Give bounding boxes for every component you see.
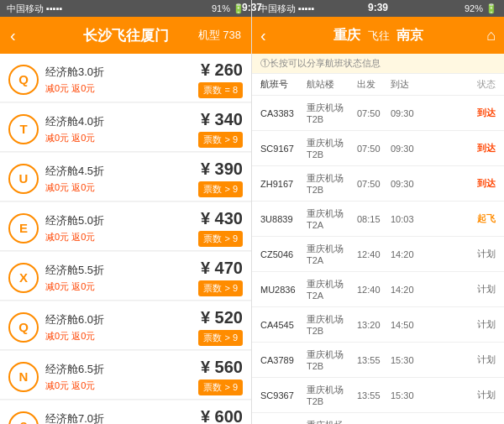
col-header-flight: 航班号 — [260, 78, 307, 91]
cell-depart-3: 08:15 — [357, 214, 391, 224]
table-header: 航班号 航站楼 出发 到达 状态 — [252, 74, 504, 96]
cell-depart-4: 12:40 — [357, 249, 391, 259]
flight-price-area-5: ¥ 520 票数 > 9 — [198, 308, 243, 346]
col-header-arrive: 到达 — [391, 78, 424, 91]
flight-item[interactable]: U 经济舱4.5折 减0元 返0元 ¥ 390 票数 > 9 — [0, 153, 251, 202]
cell-flight-7: CA3789 — [260, 355, 307, 365]
right-panel: 中国移动 ▪▪▪▪▪ 9:39 92% 🔋 ‹ 重庆 飞往 南京 ⌂ ①长按可以… — [252, 0, 504, 424]
table-row[interactable]: CA3789 重庆机场T2B 13:55 15:30 计划 — [252, 343, 504, 378]
flight-name-6: 经济舱6.5折 — [45, 362, 198, 377]
flight-name-4: 经济舱5.5折 — [45, 263, 198, 278]
cell-depart-5: 12:40 — [357, 285, 391, 295]
table-row[interactable]: SC9167 重庆机场T2B 07:50 09:30 到达 — [252, 131, 504, 166]
flight-name-3: 经济舱5.0折 — [45, 213, 198, 228]
flight-price-7: ¥ 600 — [201, 407, 243, 424]
flight-price-6: ¥ 560 — [201, 358, 243, 377]
flight-price-3: ¥ 430 — [201, 209, 243, 228]
cell-flight-1: SC9167 — [260, 144, 307, 154]
flight-price-area-2: ¥ 390 票数 > 9 — [198, 160, 243, 197]
table-row[interactable]: CA3383 重庆机场T2B 07:50 09:30 到达 — [252, 96, 504, 131]
cell-arrive-6: 14:50 — [391, 320, 424, 330]
cell-status-1: 到达 — [424, 142, 496, 154]
discount-text-0: 减0元 返0元 — [45, 83, 95, 93]
flight-item[interactable]: X 经济舱5.5折 减0元 返0元 ¥ 470 票数 > 9 — [0, 252, 251, 301]
flight-item[interactable]: Q 经济舱6.0折 减0元 返0元 ¥ 520 票数 > 9 — [0, 301, 251, 350]
cell-flight-5: MU2836 — [260, 285, 307, 295]
flight-discount-3: 减0元 返0元 — [45, 231, 198, 243]
flight-info-6: 经济舱6.5折 减0元 返0元 — [45, 362, 198, 392]
route-title-left: 长沙飞往厦门 — [83, 26, 169, 45]
battery-icon-right: 🔋 — [486, 3, 497, 14]
table-row[interactable]: ZH9367 重庆机场T2B 13:55 15:30 计划 — [252, 413, 504, 424]
flight-discount-4: 减0元 返0元 — [45, 280, 198, 293]
flight-price-area-1: ¥ 340 票数 > 9 — [198, 110, 243, 148]
flight-icon-7: ? — [8, 411, 39, 425]
table-row[interactable]: ZH9167 重庆机场T2B 07:50 09:30 到达 — [252, 166, 504, 202]
flight-discount-5: 减0元 返0元 — [45, 330, 198, 343]
time-left: 9:37 — [242, 2, 262, 13]
table-row[interactable]: 3U8839 重庆机场T2A 08:15 10:03 起飞 — [252, 202, 504, 237]
cell-depart-7: 13:55 — [357, 355, 391, 365]
flight-info-0: 经济舱3.0折 减0元 返0元 — [45, 65, 198, 95]
flight-item[interactable]: ? 经济舱7.0折 减0元 返0元 ¥ 600 票数 > 9 — [0, 400, 251, 424]
back-button-right[interactable]: ‹ — [260, 26, 266, 45]
discount-text-4: 减0元 返0元 — [45, 281, 95, 291]
table-row[interactable]: CA4545 重庆机场T2B 13:20 14:50 计划 — [252, 307, 504, 343]
cell-terminal-3: 重庆机场T2A — [307, 207, 357, 230]
table-row[interactable]: CZ5046 重庆机场T2A 12:40 14:20 计划 — [252, 237, 504, 272]
share-notice: ①长按可以分享航班状态信息 — [252, 54, 504, 74]
col-header-status: 状态 — [424, 78, 496, 91]
col-header-depart: 出发 — [357, 78, 391, 91]
table-row[interactable]: MU2836 重庆机场T2A 12:40 14:20 计划 — [252, 272, 504, 307]
back-button-left[interactable]: ‹ — [10, 26, 16, 45]
flight-item[interactable]: N 经济舱6.5折 减0元 返0元 ¥ 560 票数 > 9 — [0, 351, 251, 400]
flight-table-body: CA3383 重庆机场T2B 07:50 09:30 到达 SC9167 重庆机… — [252, 96, 504, 424]
cell-status-0: 到达 — [424, 107, 496, 119]
flight-price-1: ¥ 340 — [201, 110, 243, 129]
cell-terminal-1: 重庆机场T2B — [307, 137, 357, 160]
cell-flight-2: ZH9167 — [260, 179, 307, 189]
flight-info-5: 经济舱6.0折 减0元 返0元 — [45, 312, 198, 343]
home-button[interactable]: ⌂ — [486, 27, 496, 44]
carrier-left: 中国移动 — [7, 3, 44, 15]
flight-discount-2: 减0元 返0元 — [45, 181, 198, 194]
signal-right: ▪▪▪▪▪ — [298, 3, 315, 13]
flight-icon-2: U — [8, 164, 39, 194]
sb-right-left: 91% 🔋 — [212, 3, 244, 14]
flight-discount-6: 减0元 返0元 — [45, 380, 198, 392]
dest-city: 南京 — [396, 28, 423, 42]
right-header: ‹ 重庆 飞往 南京 ⌂ — [252, 17, 504, 54]
flight-price-4: ¥ 470 — [201, 259, 243, 278]
cell-status-5: 计划 — [424, 283, 496, 296]
flight-info-4: 经济舱5.5折 减0元 返0元 — [45, 263, 198, 293]
discount-text-6: 减0元 返0元 — [45, 380, 95, 390]
cell-status-6: 计划 — [424, 318, 496, 331]
cell-status-7: 计划 — [424, 353, 496, 366]
ticket-badge-1: 票数 > 9 — [198, 132, 243, 148]
battery-left: 91% — [212, 3, 230, 13]
cell-terminal-8: 重庆机场T2B — [307, 384, 357, 406]
flight-price-0: ¥ 260 — [201, 60, 243, 80]
cell-arrive-4: 14:20 — [391, 249, 424, 259]
discount-text-2: 减0元 返0元 — [45, 182, 95, 192]
flight-item[interactable]: Q 经济舱3.0折 减0元 返0元 ¥ 260 票数 = 8 — [0, 54, 251, 102]
cell-terminal-7: 重庆机场T2B — [307, 348, 357, 371]
flight-info-1: 经济舱4.0折 减0元 返0元 — [45, 114, 198, 144]
cell-terminal-6: 重庆机场T2B — [307, 313, 357, 336]
table-row[interactable]: SC9367 重庆机场T2B 13:55 15:30 计划 — [252, 378, 504, 413]
flight-item[interactable]: T 经济舱4.0折 减0元 返0元 ¥ 340 票数 > 9 — [0, 103, 251, 152]
flight-list: Q 经济舱3.0折 减0元 返0元 ¥ 260 票数 = 8 T 经济舱4.0折… — [0, 54, 251, 424]
cell-terminal-2: 重庆机场T2B — [307, 172, 357, 195]
left-panel: 中国移动 ▪▪▪▪▪ 9:37 91% 🔋 ‹ 长沙飞往厦门 机型 738 Q … — [0, 0, 252, 424]
sb-left: 中国移动 ▪▪▪▪▪ — [7, 3, 63, 15]
flight-icon-0: Q — [8, 65, 39, 95]
cell-arrive-3: 10:03 — [391, 214, 424, 224]
flight-name-0: 经济舱3.0折 — [45, 65, 198, 80]
ticket-badge-4: 票数 > 9 — [198, 280, 243, 296]
carrier-right: 中国移动 — [259, 3, 296, 15]
flight-discount-0: 减0元 返0元 — [45, 82, 198, 95]
flight-info-2: 经济舱4.5折 减0元 返0元 — [45, 164, 198, 194]
flight-item[interactable]: E 经济舱5.0折 减0元 返0元 ¥ 430 票数 > 9 — [0, 202, 251, 251]
cell-flight-4: CZ5046 — [260, 249, 307, 259]
battery-right: 92% — [465, 3, 483, 13]
